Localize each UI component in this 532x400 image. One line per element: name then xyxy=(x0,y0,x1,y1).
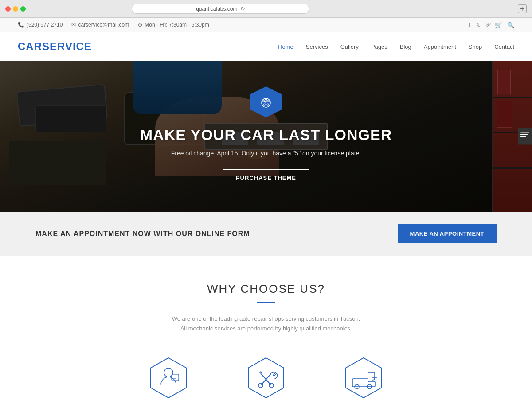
top-bar: 📞 (520) 577 2710 ✉ carservice@mail.com ⊙… xyxy=(0,18,532,32)
svg-rect-2 xyxy=(520,132,529,133)
why-desc-line2: All mechanic services are performed by h… xyxy=(180,325,352,332)
url-text: quanticalabs.com xyxy=(196,6,237,12)
cart-icon[interactable]: 🛒 xyxy=(495,22,502,28)
hero-section: MAKE YOUR CAR LAST LONGER Free oil chang… xyxy=(0,61,532,212)
features-row: EVERY JOB IS PERSONAL BEST MATERIALS xyxy=(18,356,514,400)
hero-content: MAKE YOUR CAR LAST LONGER Free oil chang… xyxy=(140,86,392,186)
phone-icon: 📞 xyxy=(18,22,24,28)
why-choose-us-section: WHY CHOOSE US? We are one of the leading… xyxy=(0,256,532,400)
hours-item: ⊙ Mon - Fri: 7:30am - 5:30pm xyxy=(138,22,209,28)
why-desc-line1: We are one of the leading auto repair sh… xyxy=(172,315,360,322)
feature-personal: EVERY JOB IS PERSONAL xyxy=(137,356,200,400)
top-bar-left: 📞 (520) 577 2710 ✉ carservice@mail.com ⊙… xyxy=(18,22,209,28)
nav-pages[interactable]: Pages xyxy=(371,43,387,50)
hero-title: MAKE YOUR CAR LAST LONGER xyxy=(140,126,392,144)
hero-hexagon-icon xyxy=(250,86,282,117)
pinterest-icon[interactable]: 𝒫 xyxy=(485,21,489,28)
browser-dots xyxy=(5,6,26,12)
hero-subtitle: Free oil change, April 15. Only if you h… xyxy=(140,150,392,157)
dot-yellow[interactable] xyxy=(13,6,18,12)
svg-point-0 xyxy=(263,104,265,105)
email-icon: ✉ xyxy=(71,22,76,28)
feature-materials-hexagon xyxy=(246,356,286,400)
nav-gallery[interactable]: Gallery xyxy=(340,43,359,50)
logo[interactable]: CARSERVICE xyxy=(18,40,92,53)
dot-green[interactable] xyxy=(20,6,26,12)
navigation: CARSERVICE Home Services Gallery Pages B… xyxy=(0,32,532,61)
feature-personal-hexagon xyxy=(149,356,188,400)
address-bar[interactable]: quanticalabs.com ↻ xyxy=(132,4,309,14)
svg-point-1 xyxy=(267,104,269,105)
nav-links: Home Services Gallery Pages Blog Appoint… xyxy=(278,43,514,50)
svg-point-7 xyxy=(258,383,263,388)
side-settings-button[interactable] xyxy=(518,128,532,145)
make-appointment-button[interactable]: MAKE AN APPOINTMENT xyxy=(398,224,497,243)
phone-text: (520) 577 2710 xyxy=(27,22,63,28)
twitter-icon[interactable]: 𝕏 xyxy=(476,22,480,28)
appointment-banner: MAKE AN APPOINTMENT NOW WITH OUR ONLINE … xyxy=(0,212,532,256)
refresh-icon[interactable]: ↻ xyxy=(240,5,245,12)
nav-blog[interactable]: Blog xyxy=(400,43,411,50)
hours-text: Mon - Fri: 7:30am - 5:30pm xyxy=(145,22,209,28)
svg-rect-6 xyxy=(172,374,179,381)
browser-chrome: quanticalabs.com ↻ + xyxy=(0,0,532,18)
svg-rect-4 xyxy=(520,136,526,137)
feature-standards-hexagon xyxy=(344,356,383,400)
why-description: We are one of the leading auto repair sh… xyxy=(160,314,372,334)
top-bar-right: f 𝕏 𝒫 🛒 🔍 xyxy=(469,21,514,28)
nav-contact[interactable]: Contact xyxy=(494,43,514,50)
facebook-icon[interactable]: f xyxy=(469,22,470,28)
email-item: ✉ carservice@mail.com xyxy=(71,22,129,28)
phone-item: 📞 (520) 577 2710 xyxy=(18,22,63,28)
feature-materials: BEST MATERIALS xyxy=(235,356,297,400)
why-title: WHY CHOOSE US? xyxy=(18,282,514,296)
clock-icon: ⊙ xyxy=(138,22,142,28)
svg-point-8 xyxy=(269,383,274,388)
feature-standards: PROFESSIONAL STANDARDS xyxy=(332,356,395,400)
appointment-text: MAKE AN APPOINTMENT NOW WITH OUR ONLINE … xyxy=(35,230,250,238)
why-underline xyxy=(257,302,275,303)
nav-services[interactable]: Services xyxy=(306,43,328,50)
search-icon[interactable]: 🔍 xyxy=(507,22,514,28)
nav-shop[interactable]: Shop xyxy=(469,43,482,50)
dot-red[interactable] xyxy=(5,6,11,12)
nav-home[interactable]: Home xyxy=(278,43,293,50)
email-text: carservice@mail.com xyxy=(78,22,129,28)
svg-rect-3 xyxy=(520,134,528,135)
new-tab-button[interactable]: + xyxy=(518,4,527,13)
nav-appointment[interactable]: Appointment xyxy=(424,43,456,50)
purchase-theme-button[interactable]: PURCHASE THEME xyxy=(223,169,309,186)
